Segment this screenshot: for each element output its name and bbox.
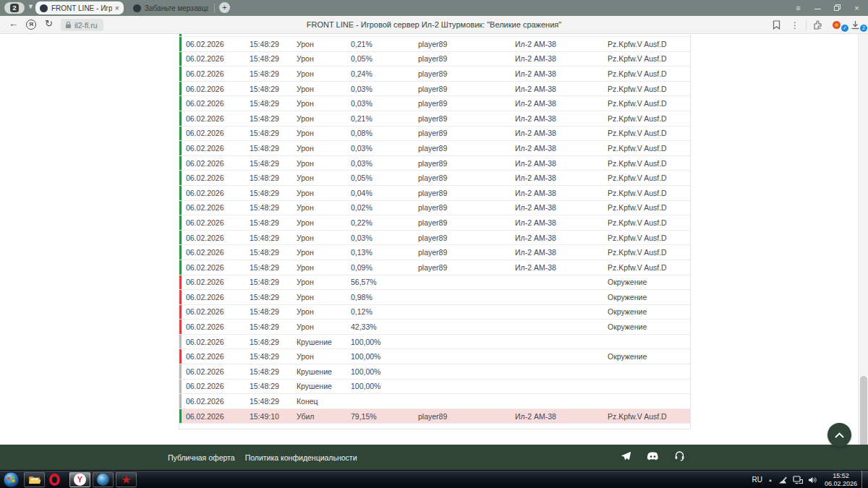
system-tray: RU ▲ 15:52 06.02.2026 xyxy=(752,471,868,488)
cell-percent: 0,03% xyxy=(351,159,418,168)
public-offer-link[interactable]: Публичная оферта xyxy=(168,453,235,462)
taskbar-blue-app-button[interactable] xyxy=(93,472,114,487)
cell-player: player89 xyxy=(418,248,515,257)
cell-percent: 0,09% xyxy=(351,263,418,272)
show-desktop-button[interactable] xyxy=(861,471,868,488)
close-button[interactable]: × xyxy=(847,4,867,12)
cell-time: 15:48:29 xyxy=(250,307,297,316)
taskbar-opera-button[interactable] xyxy=(49,474,60,486)
taskbar-clock[interactable]: 15:52 06.02.2026 xyxy=(825,472,857,487)
table-row: 06.02.202615:48:29Урон0,04%player89Ил-2 … xyxy=(179,186,690,201)
new-tab-button[interactable]: + xyxy=(219,2,230,13)
cell-action: Урон xyxy=(297,234,351,242)
log-table: 06.02.202615:48:29Урон0,21%player89Ил-2 … xyxy=(179,37,690,424)
blue-app-icon xyxy=(97,474,109,486)
table-row: 06.02.202615:48:29Урон0,21%player89Ил-2 … xyxy=(179,37,690,52)
cell-time: 15:48:29 xyxy=(250,278,297,286)
cell-percent: 0,22% xyxy=(351,218,418,227)
restore-icon xyxy=(834,4,841,11)
cell-date: 06.02.2026 xyxy=(182,203,250,212)
chevron-up-icon xyxy=(835,432,844,438)
tab-close-icon[interactable]: × xyxy=(115,4,119,12)
omnibox-page-title: FRONT LINE - Игровой сервер Ил-2 Штурмов… xyxy=(0,16,868,34)
cell-player: player89 xyxy=(418,159,515,168)
cell-action: Крушение xyxy=(297,367,351,376)
cell-plane: Ил-2 АМ-38 xyxy=(515,40,608,48)
toolbar-right: ⋮ ✓ 2 xyxy=(767,16,864,34)
cell-target: Pz.Kpfw.V Ausf.D xyxy=(608,218,690,227)
support-headset-icon[interactable] xyxy=(674,450,685,464)
cell-time: 15:48:29 xyxy=(250,397,297,406)
tab-favicon xyxy=(133,4,141,12)
tray-volume-icon[interactable] xyxy=(808,476,817,484)
bookmark-icon[interactable] xyxy=(767,20,786,30)
cell-date: 06.02.2026 xyxy=(182,338,250,346)
minimize-button[interactable] xyxy=(808,4,827,12)
table-row: 06.02.202615:48:29Крушение100,00% xyxy=(179,380,690,395)
row-accent xyxy=(179,34,182,36)
cell-plane: Ил-2 АМ-38 xyxy=(515,144,608,153)
cell-plane: Ил-2 АМ-38 xyxy=(515,174,608,182)
cell-target: Pz.Kpfw.V Ausf.D xyxy=(608,203,690,212)
table-row: 06.02.202615:48:29Конец xyxy=(179,394,690,409)
cell-date: 06.02.2026 xyxy=(182,263,250,272)
cell-percent: 0,98% xyxy=(351,293,418,301)
tab-count-button[interactable]: 2 xyxy=(4,2,25,14)
table-row: 06.02.202615:48:29Урон0,05%player89Ил-2 … xyxy=(179,52,690,67)
cell-player: player89 xyxy=(418,218,515,227)
cell-time: 15:48:29 xyxy=(250,54,297,63)
cell-plane: Ил-2 АМ-38 xyxy=(515,189,608,197)
restore-button[interactable] xyxy=(827,4,847,12)
cell-time: 15:48:29 xyxy=(250,218,297,227)
cell-time: 15:48:29 xyxy=(250,234,297,242)
cell-target: Окружение xyxy=(608,293,690,301)
extension-adblock-icon[interactable]: ✓ xyxy=(827,20,846,30)
cell-date: 06.02.2026 xyxy=(182,248,250,257)
browser-menu-icon[interactable]: ≡ xyxy=(788,4,808,12)
table-row: 06.02.202615:48:29Урон100,00%Окружение xyxy=(179,349,690,364)
telegram-icon[interactable] xyxy=(621,451,631,464)
extensions-icon[interactable] xyxy=(808,20,827,30)
address-chip[interactable]: il2-fl.ru xyxy=(61,19,103,31)
hidden-icons-arrow-icon[interactable]: ▲ xyxy=(768,478,773,482)
privacy-policy-link[interactable]: Политика конфиденциальности xyxy=(245,453,357,462)
cell-time: 15:48:29 xyxy=(250,382,297,390)
start-button[interactable] xyxy=(2,471,20,488)
discord-icon[interactable] xyxy=(647,451,659,464)
scroll-to-top-button[interactable] xyxy=(827,423,851,447)
tab-front-line[interactable]: FRONT LINE - Игровой × xyxy=(35,1,124,14)
taskbar-yandex-button[interactable]: Y xyxy=(69,472,90,487)
back-icon[interactable]: ← xyxy=(9,18,18,29)
taskbar-explorer-button[interactable] xyxy=(24,472,45,487)
cell-date: 06.02.2026 xyxy=(182,218,250,227)
cell-time: 15:48:29 xyxy=(250,144,297,153)
downloads-icon[interactable]: 2 xyxy=(846,20,864,30)
windows-taskbar: Y ★ RU ▲ 15:52 06.02.2026 xyxy=(0,470,868,488)
taskbar-star-app-button[interactable]: ★ xyxy=(116,472,137,487)
table-row: 06.02.202615:48:29Урон0,03%player89Ил-2 … xyxy=(179,141,690,156)
language-indicator[interactable]: RU xyxy=(752,476,762,484)
cell-date: 06.02.2026 xyxy=(182,234,250,242)
toolbar-menu-dots-icon[interactable]: ⋮ xyxy=(786,20,804,30)
table-row: 06.02.202615:48:29Урон42,33%Окружение xyxy=(179,320,690,335)
cell-percent: 56,57% xyxy=(351,278,418,286)
scrollbar[interactable]: ▼ xyxy=(858,34,868,470)
cell-plane: Ил-2 АМ-38 xyxy=(515,85,608,93)
tab-zabante[interactable]: Забаньте мерзавца! - Стр xyxy=(130,1,211,14)
cell-action: Урон xyxy=(297,114,351,123)
reload-icon[interactable]: ↻ xyxy=(45,18,53,29)
cell-player: player89 xyxy=(418,144,515,153)
tray-pen-input-icon[interactable] xyxy=(778,476,788,484)
yandex-logo-icon[interactable]: Я xyxy=(26,20,36,30)
tray-network-icon[interactable] xyxy=(793,476,803,484)
cell-date: 06.02.2026 xyxy=(182,189,250,197)
table-row: 06.02.202615:48:29Урон0,98%Окружение xyxy=(179,290,690,305)
tab-list-chevron-icon[interactable]: ▼ xyxy=(27,3,34,10)
cell-plane: Ил-2 АМ-38 xyxy=(515,203,608,212)
cell-percent: 0,08% xyxy=(351,129,418,137)
tab-separator xyxy=(214,4,215,12)
table-row: 06.02.202615:48:29Крушение100,00% xyxy=(179,335,690,350)
cell-date: 06.02.2026 xyxy=(182,382,250,390)
tab-title: FRONT LINE - Игровой xyxy=(51,4,112,12)
cell-time: 15:48:29 xyxy=(250,174,297,182)
